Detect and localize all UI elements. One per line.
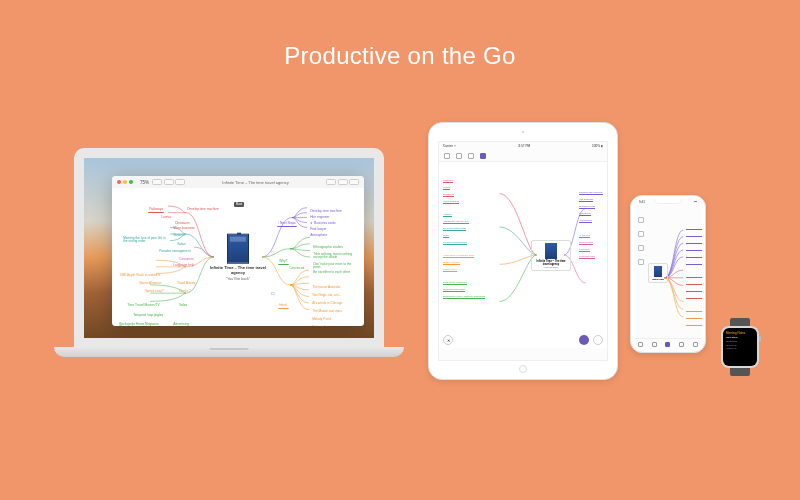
node-moon[interactable]: Moon business [172,226,196,231]
close-icon[interactable] [117,180,121,184]
ipad-node[interactable]: Meeting the love of your [443,221,469,224]
node-atmosphere[interactable]: Atmosphere [309,233,329,238]
mindmap-canvas[interactable]: Root Infinite Time – The time travel age… [112,188,364,326]
focus-icon[interactable] [326,179,336,185]
node-meeting[interactable]: Meeting the love of your life in the wro… [122,236,168,245]
node-heist-0[interactable]: The house Australia [311,285,342,290]
home-icon[interactable] [456,153,462,159]
iphone-node[interactable] [686,317,702,319]
inspector-icon[interactable] [349,179,359,185]
node-language[interactable]: Language help [172,263,195,268]
ipad-node[interactable]: Pathways [443,180,453,183]
node-sports[interactable]: Sports Almanac [138,281,163,286]
node-heist-2[interactable]: Al's winds in Chicago [311,301,343,306]
iphone-node[interactable] [686,297,702,299]
ipad-node[interactable]: Dinosaurs [443,194,454,197]
ipad-node[interactable]: Safari [443,235,449,238]
ipad-node[interactable]: Hire engineer [579,199,593,202]
ipad-node[interactable]: Loreva [443,187,450,190]
node-heist-3[interactable]: The Mozart last opus [311,309,343,314]
branch-heist[interactable]: Heist! [278,303,289,309]
add-icon[interactable] [638,245,644,251]
node-whale[interactable]: Take nothing, leave nothing except the w… [312,252,360,261]
node-dev-time-machine[interactable]: Develop time machine [309,209,343,214]
ipad-node[interactable]: Paradox management [443,242,467,245]
node-tv[interactable]: Time Travel Movies/TV [126,303,161,308]
watch-line-1[interactable]: Send prop [726,340,754,343]
undo-icon[interactable] [638,231,644,237]
node-hire-engineer[interactable]: Hire engineer [309,215,331,220]
node-find-lawyer[interactable]: Find lawyer [309,227,328,232]
search-icon[interactable] [593,335,603,345]
iphone-node[interactable] [686,242,702,244]
style-icon[interactable] [164,179,174,185]
node-dev-time-machine-l[interactable]: Develop time machine [186,207,220,212]
ipad-home-button[interactable] [519,365,527,373]
node-ethno[interactable]: Ethnographic studies [312,245,344,250]
branch-next-steps[interactable]: ! Next Steps [277,221,297,227]
settings-icon[interactable] [468,153,474,159]
zoom-icon[interactable] [129,180,133,184]
ipad-node[interactable]: At-the-eye [579,235,590,238]
tag-icon[interactable] [665,342,670,347]
branch-why[interactable]: Why? [278,259,289,265]
watch-line-2[interactable]: Send eval [726,344,754,347]
node-loreva[interactable]: Loreva [160,215,172,220]
node-apple-stock[interactable]: 1980 Apple Stock investment [118,273,161,278]
iphone-mindmap[interactable]: Infinite Time [648,211,700,335]
outline-icon[interactable] [152,179,162,185]
node-safari[interactable]: Safari [176,242,187,247]
ipad-node[interactable]: Speak easy? [443,269,457,272]
ipad-node[interactable]: Business cards [579,206,595,209]
ipad-node[interactable]: 1980 Apple Stock investment [443,255,474,258]
ipad-node[interactable]: Find lawyer [579,213,591,216]
traffic-lights[interactable] [117,180,133,184]
watch-line-0[interactable]: Next Steps [726,336,754,339]
node-paradox[interactable]: Paradox management [158,249,192,254]
ipad-node[interactable]: Costumes [579,249,590,252]
attach-icon[interactable] [175,179,185,185]
ipad-center-node[interactable]: Infinite Time – The time travel agency "… [531,240,571,271]
ipad-node[interactable]: Atmosphere [579,220,592,223]
eye-icon[interactable] [579,335,589,345]
x-icon[interactable]: ✕ [443,335,453,345]
node-speak-easy[interactable]: Speak easy? [144,289,165,294]
ipad-node[interactable]: Develop time machine [579,192,603,195]
node-excellent[interactable]: Be excellent to each other [312,270,351,275]
ipad-node[interactable]: life in the wrong order [443,228,466,231]
iphone-node[interactable] [686,263,702,265]
iphone-node[interactable] [686,256,702,258]
watch-screen[interactable]: Meeting Notes Next Steps Send prop Send … [723,328,757,366]
iphone-node[interactable] [686,310,702,312]
share-icon[interactable] [338,179,348,185]
node-loop[interactable]: Temporal loop jingles [132,313,164,318]
node-business-cards[interactable]: ★ Business cards [309,221,337,226]
iphone-node[interactable] [686,324,702,326]
minimize-icon[interactable] [123,180,127,184]
node-heist-4[interactable]: Melody Pond [311,317,332,322]
node-magazine[interactable]: Backwards Home Magazine Classifieds [118,322,164,326]
document-icon[interactable] [638,342,643,347]
menu-icon[interactable] [638,217,644,223]
ipad-node[interactable]: Spirit-dreams [579,242,593,245]
ipad-node[interactable]: Language help [579,256,595,259]
ipad-node[interactable]: Variants [443,214,452,217]
branch-pathways[interactable]: Pathways [148,207,164,213]
iphone-node[interactable] [686,249,702,251]
layers-icon[interactable] [480,153,486,159]
style-icon[interactable] [679,342,684,347]
ipad-node[interactable]: Moon business [443,201,459,204]
branch-convinced[interactable]: Convinced [288,266,305,271]
node-costumes[interactable]: Costumes [178,257,195,262]
ipad-node[interactable]: Temporal loop jingles [443,289,465,292]
iphone-node[interactable] [686,290,702,292]
mindmap-center[interactable]: Infinite Time – The time travel agency "… [208,234,268,281]
iphone-node[interactable] [686,228,702,230]
iphone-node[interactable] [686,235,702,237]
more-icon[interactable] [693,342,698,347]
back-icon[interactable] [444,153,450,159]
iphone-center-node[interactable]: Infinite Time [648,263,668,283]
ipad-node[interactable]: Sports Almanac [443,262,460,265]
watch-crown[interactable] [759,336,761,342]
link-icon[interactable] [638,259,644,265]
